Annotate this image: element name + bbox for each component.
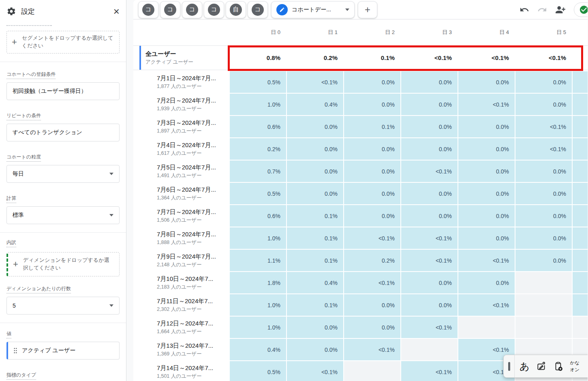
cohort-cell-day1: <0.1% bbox=[287, 71, 343, 93]
cohort-cell-day3: 0.0% bbox=[401, 138, 458, 160]
cohort-row-date: 7月14日～2024年7... bbox=[157, 364, 229, 372]
grip-icon bbox=[508, 362, 510, 371]
chevron-down-icon[interactable] bbox=[345, 9, 349, 11]
cohort-cell-overflow bbox=[573, 317, 588, 338]
cohort-cell-day0: 0.4% bbox=[230, 339, 286, 360]
enrollment-field[interactable]: 初回接触（ユーザー獲得日） bbox=[6, 82, 120, 100]
cohort-cell-day1: 0.0% bbox=[287, 161, 343, 182]
cohort-row-users: 2,302 人のユーザー bbox=[157, 306, 229, 313]
cohort-cell-day2: <0.1% bbox=[344, 272, 400, 293]
return-criteria-field[interactable]: すべてのトランザクション bbox=[6, 124, 120, 141]
value-chip-active-users[interactable]: アクティブ ユーザー bbox=[6, 342, 120, 360]
ime-status-kana: かな bbox=[570, 360, 580, 366]
cohort-cell-day4: 0.0% bbox=[458, 205, 515, 227]
ime-input-mode-button[interactable]: あ bbox=[520, 362, 530, 371]
cohort-row-label: 7月14日～2024年7...1,501 人のユーザー bbox=[133, 361, 229, 381]
panel-gap bbox=[126, 0, 133, 381]
plus-icon: + bbox=[12, 36, 17, 49]
close-icon[interactable]: × bbox=[113, 6, 120, 17]
cohort-row-users: 1,939 人のユーザー bbox=[157, 105, 229, 112]
cohort-row-users: 1,364 人のユーザー bbox=[157, 195, 229, 201]
gear-icon bbox=[6, 6, 16, 16]
cohort-cell-day1: 0.1% bbox=[287, 205, 343, 227]
chevron-down-icon bbox=[109, 173, 113, 175]
cohort-row-label: 7月5日～2024年7月...1,491 人のユーザー bbox=[133, 161, 229, 182]
rows-per-dimension-select[interactable]: 5 bbox=[6, 297, 120, 315]
status-menu-button[interactable] bbox=[574, 2, 588, 17]
report-tabs-group: ココココ自コ bbox=[138, 1, 269, 18]
dimension-dropzone-text: ディメンションをドロップするか選択してください bbox=[23, 257, 114, 272]
ime-clipboard-button[interactable] bbox=[553, 361, 564, 372]
chevron-down-icon bbox=[109, 214, 113, 216]
cohort-row-label: 7月4日～2024年7月...1,617 人のユーザー bbox=[133, 138, 229, 160]
cohort-cell-day2: <0.1% bbox=[344, 339, 400, 360]
cohort-cell-day0: 1.0% bbox=[230, 94, 286, 115]
cohort-cell-day1: <0.1% bbox=[287, 361, 343, 381]
redo-button[interactable] bbox=[537, 5, 547, 15]
undo-button[interactable] bbox=[520, 5, 529, 15]
value-chip-label: アクティブ ユーザー bbox=[22, 347, 75, 354]
cohort-cell-day3: 0.0% bbox=[401, 205, 458, 227]
report-tab-3[interactable]: コ bbox=[182, 1, 202, 18]
report-tab-5[interactable]: 自 bbox=[226, 1, 246, 18]
ime-drag-handle[interactable] bbox=[504, 355, 514, 377]
ime-pad-icon bbox=[536, 361, 547, 372]
cohort-cell-day3: <0.1% bbox=[401, 161, 458, 182]
report-tab-4[interactable]: コ bbox=[204, 1, 224, 18]
cohort-cell-day1: 0.4% bbox=[287, 272, 343, 293]
dimension-dropzone[interactable]: + ディメンションをドロップするか選択してください bbox=[6, 252, 120, 276]
cohort-cell-overflow bbox=[573, 161, 588, 182]
report-tab-icon: コ bbox=[142, 4, 154, 16]
cohort-cell-day5: 0.0% bbox=[515, 227, 572, 249]
report-tab-2[interactable]: コ bbox=[160, 1, 180, 18]
cohort-row-4: 7月4日～2024年7月...1,617 人のユーザー0.2%0.0%0.0%0… bbox=[133, 138, 588, 160]
cohort-cell-day4: 0.0% bbox=[458, 272, 515, 293]
cohort-cell-day2 bbox=[344, 361, 400, 381]
share-button[interactable] bbox=[555, 4, 566, 15]
cohort-row-5: 7月5日～2024年7月...1,491 人のユーザー0.7%0.0%0.0%<… bbox=[133, 161, 588, 182]
clipboard-add-icon bbox=[553, 361, 564, 372]
cohort-row-7: 7月7日～2024年7月...1,506 人のユーザー0.6%0.1%0.0%0… bbox=[133, 205, 588, 227]
cohort-row-label: 7月11日～2024年7...2,302 人のユーザー bbox=[133, 294, 229, 316]
cohort-row-date: 7月3日～2024年7月... bbox=[157, 119, 229, 127]
cohort-row-label: 7月8日～2024年7月...1,888 人のユーザー bbox=[133, 227, 229, 249]
calculation-select[interactable]: 標準 bbox=[6, 206, 120, 224]
cohort-cell-day0: 1.0% bbox=[230, 294, 286, 316]
cohort-cell-overflow bbox=[573, 205, 588, 227]
breakdown-label: 内訳 bbox=[6, 239, 16, 247]
cohort-row-label: 7月10日～2024年7...2,183 人のユーザー bbox=[133, 272, 229, 293]
cohort-cell-day0: 0.6% bbox=[230, 116, 286, 137]
cohort-cell-day2: 0.0% bbox=[344, 138, 400, 160]
cohort-cell-overflow bbox=[573, 94, 588, 115]
cohort-row-date: 7月6日～2024年7月... bbox=[157, 186, 229, 194]
add-tab-button[interactable]: + bbox=[358, 1, 377, 18]
report-tab-1[interactable]: コ bbox=[138, 1, 158, 18]
calculation-label: 計算 bbox=[6, 195, 16, 203]
cohort-row-date: 7月1日～2024年7月... bbox=[157, 75, 229, 82]
tab-cohort-active[interactable]: コホートデー... bbox=[271, 1, 355, 18]
cohort-cell-day2: 0.0% bbox=[344, 71, 400, 93]
pencil-icon bbox=[276, 4, 288, 15]
cohort-cell-day3: <0.1% bbox=[401, 227, 458, 249]
cohort-cell-day0: 0.5% bbox=[230, 71, 286, 93]
cohort-row-date: 7月13日～2024年7... bbox=[157, 342, 229, 350]
rows-per-dimension-label: ディメンションあたりの行数 bbox=[6, 285, 71, 293]
granularity-select[interactable]: 毎日 bbox=[6, 165, 120, 183]
totals-cell-day3: <0.1% bbox=[401, 54, 458, 61]
cohort-cell-day3: 0.0% bbox=[401, 71, 458, 93]
segment-dropzone[interactable]: + セグメントをドロップするか選択してください bbox=[6, 31, 120, 54]
report-tab-icon: 自 bbox=[230, 4, 242, 16]
cohort-cell-day3: <0.1% bbox=[401, 361, 458, 381]
cohort-cell-day2: 0.0% bbox=[344, 205, 400, 227]
report-tab-6[interactable]: コ bbox=[248, 1, 268, 18]
settings-panel: 設定 × + セグメントをドロップするか選択してください コホートへの登録条件 … bbox=[0, 0, 126, 381]
cohort-cell-day2: 0.2% bbox=[344, 250, 400, 271]
cohort-cell-day0: 0.7% bbox=[230, 161, 286, 182]
enrollment-value: 初回接触（ユーザー獲得日） bbox=[13, 88, 87, 95]
drag-handle-icon[interactable] bbox=[13, 347, 18, 355]
day-header-1: 日 1 bbox=[287, 29, 343, 36]
cohort-cell-day0: 0.2% bbox=[230, 138, 286, 160]
divider bbox=[0, 62, 126, 62]
day-header-2: 日 2 bbox=[344, 29, 400, 36]
ime-pad-button[interactable] bbox=[536, 361, 547, 372]
